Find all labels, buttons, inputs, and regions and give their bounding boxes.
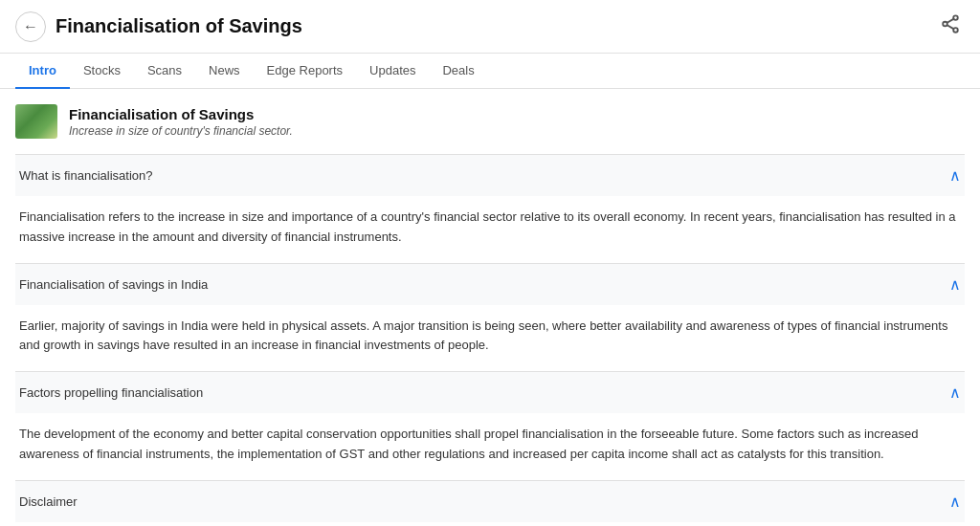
accordion-label-2: Financialisation of savings in India — [19, 277, 208, 292]
chevron-up-icon: ∧ — [949, 384, 961, 402]
tab-intro[interactable]: Intro — [15, 54, 70, 89]
theme-info: Financialisation of Savings Increase in … — [69, 105, 293, 138]
accordion: What is financialisation?∧Financialisati… — [15, 154, 965, 526]
tab-stocks[interactable]: Stocks — [70, 54, 134, 89]
tab-deals[interactable]: Deals — [429, 54, 487, 89]
accordion-label-4: Disclaimer — [19, 494, 78, 509]
accordion-header-3[interactable]: Factors propelling financialisation∧ — [15, 372, 965, 413]
back-icon: ← — [23, 18, 38, 35]
page-header: ← Financialisation of Savings — [0, 0, 980, 54]
accordion-body-3: The development of the economy and bette… — [15, 413, 965, 480]
accordion-body-4: This list contains an illustrative list … — [15, 522, 965, 526]
accordion-label-1: What is financialisation? — [19, 168, 152, 183]
tab-edge-reports[interactable]: Edge Reports — [254, 54, 357, 89]
svg-line-4 — [947, 25, 954, 29]
back-button[interactable]: ← — [15, 11, 46, 42]
chevron-up-icon: ∧ — [949, 275, 961, 294]
chevron-up-icon: ∧ — [949, 493, 961, 511]
theme-header: Financialisation of Savings Increase in … — [15, 104, 965, 139]
tab-updates[interactable]: Updates — [356, 54, 429, 89]
accordion-label-3: Factors propelling financialisation — [19, 385, 203, 400]
share-button[interactable] — [936, 10, 965, 43]
accordion-body-1: Financialisation refers to the increase … — [15, 196, 965, 263]
theme-subtitle: Increase in size of country's financial … — [69, 124, 293, 138]
chevron-up-icon: ∧ — [949, 166, 961, 185]
page-title: Financialisation of Savings — [56, 15, 302, 37]
accordion-item: Factors propelling financialisation∧The … — [15, 371, 965, 480]
theme-title: Financialisation of Savings — [69, 105, 293, 124]
accordion-item: Financialisation of savings in India∧Ear… — [15, 263, 965, 372]
accordion-header-2[interactable]: Financialisation of savings in India∧ — [15, 264, 965, 305]
header-left: ← Financialisation of Savings — [15, 11, 302, 42]
accordion-body-2: Earlier, majority of savings in India we… — [15, 305, 965, 372]
tab-scans[interactable]: Scans — [134, 54, 195, 89]
theme-thumbnail — [15, 104, 57, 139]
tab-nav: Intro Stocks Scans News Edge Reports Upd… — [0, 54, 980, 89]
tab-news[interactable]: News — [195, 54, 254, 89]
accordion-item: What is financialisation?∧Financialisati… — [15, 154, 965, 263]
accordion-item: Disclaimer∧This list contains an illustr… — [15, 480, 965, 526]
accordion-header-4[interactable]: Disclaimer∧ — [15, 481, 965, 522]
svg-line-3 — [947, 19, 954, 23]
share-icon — [940, 13, 961, 34]
main-content: Financialisation of Savings Increase in … — [0, 89, 980, 526]
accordion-header-1[interactable]: What is financialisation?∧ — [15, 155, 965, 196]
